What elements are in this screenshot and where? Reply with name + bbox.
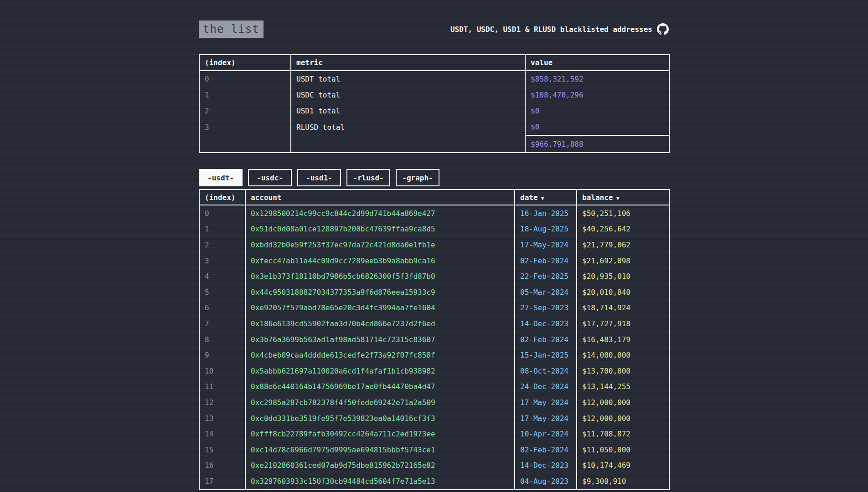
summary-col-value: value: [525, 55, 669, 71]
account-row: 30xfecc47ab11a44c09d9cc7289eeb3b9a8abb9c…: [199, 253, 669, 269]
summary-row: 3RLUSD total$0: [199, 119, 669, 135]
summary-row-value: $0: [525, 119, 669, 135]
account-balance: $11,050,000: [577, 442, 669, 458]
page-title: the list: [199, 20, 264, 38]
summary-col-index: (index): [199, 55, 291, 71]
summary-total-spacer-index: [199, 135, 291, 153]
github-icon[interactable]: [657, 23, 669, 35]
account-address[interactable]: 0x186e6139cd55902faa3d70b4cd866e7237d2f6…: [245, 316, 515, 332]
account-address[interactable]: 0x3b76a3699b563ad1af98ad581714c72315c836…: [245, 332, 515, 348]
account-row-index: 14: [199, 426, 245, 442]
tab-usdc[interactable]: -usdc-: [248, 169, 292, 186]
account-row: 110x88e6c440164b14756969be17ae0fb44470ba…: [199, 379, 669, 395]
account-row: 90x4cbeb09caa4dddde613cedfe2f73a92f07fc8…: [199, 347, 669, 363]
account-date: 10-Apr-2024: [515, 426, 577, 442]
account-row: 10x51dc0d08a01ce128897b200bc47639ffaa9ca…: [199, 221, 669, 237]
account-address[interactable]: 0xc2985a287cb782378f4f50fede69242e71a2a5…: [245, 395, 515, 410]
account-address[interactable]: 0x4cbeb09caa4dddde613cedfe2f73a92f07fc85…: [245, 347, 515, 363]
account-balance: $50,251,106: [577, 205, 669, 221]
account-address[interactable]: 0xfecc47ab11a44c09d9cc7289eeb3b9a8abb9ca…: [245, 253, 515, 269]
account-balance: $18,714,924: [577, 300, 669, 316]
summary-row-index: 0: [199, 71, 291, 87]
tab-rlusd[interactable]: -rlusd-: [346, 169, 390, 186]
accounts-col-index: (index): [199, 190, 245, 205]
page-content: the list USDT, USDC, USD1 & RLUSD blackl…: [199, 0, 669, 490]
account-balance: $11,708,872: [577, 426, 669, 442]
summary-row-index: 2: [199, 103, 291, 119]
account-address[interactable]: 0xbdd32b0e59f253f37ec97da72c421d8da0e1fb…: [245, 237, 515, 253]
account-row: 160xe2102860361ced07ab9d75dbe815962b7216…: [199, 458, 669, 474]
accounts-col-account: account: [245, 190, 515, 205]
summary-total-spacer-metric: [291, 135, 525, 153]
summary-row-index: 3: [199, 119, 291, 135]
account-date: 04-Aug-2023: [515, 473, 577, 490]
account-row-index: 11: [199, 379, 245, 395]
account-address[interactable]: 0x3297603933c150f30cb94484cd5604f7e71a5e…: [245, 473, 515, 490]
summary-row-value: $858,321,592: [525, 71, 669, 87]
account-address[interactable]: 0x1298500214c99cc9c844c2d99d741b44a869e4…: [245, 205, 515, 221]
summary-row-metric: RLUSD total: [291, 119, 525, 135]
sort-desc-icon: ▼: [541, 195, 544, 201]
summary-col-metric: metric: [291, 55, 525, 71]
account-address[interactable]: 0x44c9503188827034377353a9f6d876eea15933…: [245, 284, 515, 300]
account-balance: $20,010,840: [577, 284, 669, 300]
summary-row: 1USDC total$108,470,296: [199, 87, 669, 103]
account-row: 120xc2985a287cb782378f4f50fede69242e71a2…: [199, 395, 669, 410]
account-row-index: 3: [199, 253, 245, 269]
tab-graph[interactable]: -graph-: [396, 169, 439, 186]
account-row: 140xfff8cb22789fafb30492cc4264a711c2ed19…: [199, 426, 669, 442]
account-row-index: 6: [199, 300, 245, 316]
account-balance: $12,000,000: [577, 395, 669, 410]
tab-usd1[interactable]: -usd1-: [297, 169, 341, 186]
account-row-index: 1: [199, 221, 245, 237]
account-balance: $10,174,469: [577, 458, 669, 474]
accounts-header-row: (index)accountdate▼balance▼: [199, 190, 669, 205]
account-address[interactable]: 0x88e6c440164b14756969be17ae0fb44470ba4d…: [245, 379, 515, 395]
account-balance: $40,256,642: [577, 221, 669, 237]
account-date: 18-Aug-2025: [515, 221, 577, 237]
tab-usdt[interactable]: -usdt-: [199, 169, 243, 186]
account-date: 02-Feb-2024: [515, 253, 577, 269]
account-address[interactable]: 0x51dc0d08a01ce128897b200bc47639ffaa9ca8…: [245, 221, 515, 237]
account-balance: $21,779,062: [577, 237, 669, 253]
account-row-index: 17: [199, 473, 245, 490]
account-address[interactable]: 0xfff8cb22789fafb30492cc4264a711c2ed1973…: [245, 426, 515, 442]
account-balance: $9,300,910: [577, 473, 669, 490]
summary-row-value: $108,470,296: [525, 87, 669, 103]
summary-row-metric: USDT total: [291, 71, 525, 87]
account-row: 50x44c9503188827034377353a9f6d876eea1593…: [199, 284, 669, 300]
summary-row-index: 1: [199, 87, 291, 103]
account-date: 22-Feb-2025: [515, 268, 577, 284]
account-date: 02-Feb-2024: [515, 442, 577, 458]
account-row-index: 4: [199, 268, 245, 284]
account-date: 14-Dec-2023: [515, 316, 577, 332]
account-address[interactable]: 0xe2102860361ced07ab9d75dbe815962b72165e…: [245, 458, 515, 474]
account-row: 100x5abbb621697a110020a6cd1f4afaf1b1cb93…: [199, 363, 669, 379]
tab-bar: -usdt--usdc--usd1--rlusd--graph-: [199, 169, 669, 186]
account-balance: $13,700,000: [577, 363, 669, 379]
summary-table-body: 0USDT total$858,321,5921USDC total$108,4…: [199, 71, 669, 135]
accounts-table-body: 00x1298500214c99cc9c844c2d99d741b44a869e…: [199, 205, 669, 490]
account-address[interactable]: 0x5abbb621697a110020a6cd1f4afaf1b1cb9389…: [245, 363, 515, 379]
account-row: 70x186e6139cd55902faa3d70b4cd866e7237d2f…: [199, 316, 669, 332]
account-row: 80x3b76a3699b563ad1af98ad581714c72315c83…: [199, 332, 669, 348]
account-date: 02-Feb-2024: [515, 332, 577, 348]
summary-row-metric: USD1 total: [291, 103, 525, 119]
accounts-col-date[interactable]: date▼: [515, 190, 577, 205]
account-row-index: 12: [199, 395, 245, 410]
account-row: 00x1298500214c99cc9c844c2d99d741b44a869e…: [199, 205, 669, 221]
account-date: 17-May-2024: [515, 395, 577, 410]
account-date: 17-May-2024: [515, 410, 577, 426]
account-row-index: 13: [199, 410, 245, 426]
accounts-col-balance[interactable]: balance▼: [577, 190, 669, 205]
account-row: 40x3e1b373f18110bd7986b5cb6826300f5f3fd8…: [199, 268, 669, 284]
account-date: 14-Dec-2023: [515, 458, 577, 474]
account-address[interactable]: 0xc0dd331be3519fe95f7e539823ea0a14016cf3…: [245, 410, 515, 426]
account-address[interactable]: 0xe92057f579abd78e65e20c3d4fc3994aa7fe16…: [245, 300, 515, 316]
account-address[interactable]: 0xc14d78c6966d7975d9995ae694815bbbf5743c…: [245, 442, 515, 458]
account-address[interactable]: 0x3e1b373f18110bd7986b5cb6826300f5f3fd87…: [245, 268, 515, 284]
account-date: 16-Jan-2025: [515, 205, 577, 221]
account-row-index: 16: [199, 458, 245, 474]
account-date: 15-Jan-2025: [515, 347, 577, 363]
summary-total-row: $966,791,888: [199, 135, 669, 153]
